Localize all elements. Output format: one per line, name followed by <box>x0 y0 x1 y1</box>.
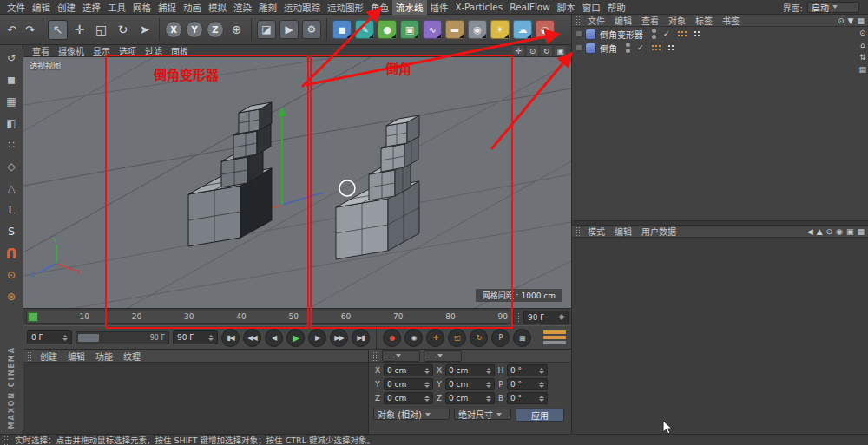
menubar-item[interactable]: 网格 <box>129 0 155 15</box>
tag-icon-orange-dots[interactable] <box>677 30 688 38</box>
last-used-tool[interactable]: ➤ <box>135 20 155 40</box>
coordinate-system-icon[interactable]: ⊕ <box>227 20 247 40</box>
menubar-item[interactable]: RealFlow <box>506 1 554 13</box>
make-editable-icon[interactable]: ↺ <box>3 49 20 67</box>
menubar-item[interactable]: 模拟 <box>205 0 230 15</box>
size-value-field[interactable]: 0 cm <box>445 392 495 404</box>
size-value-field[interactable]: 0 cm <box>445 364 495 376</box>
enabled-checkmark[interactable]: ✓ <box>637 43 644 52</box>
menubar-item[interactable]: X-Particles <box>452 1 507 13</box>
menubar-item[interactable]: 角色 <box>367 0 392 15</box>
end-frame-field[interactable]: 90 F <box>173 330 218 344</box>
side-search-icon[interactable]: ⊙ <box>858 29 866 37</box>
object-manager-menu-item[interactable]: 查看 <box>638 14 662 27</box>
spinner-icon[interactable] <box>483 368 491 374</box>
position-value-field[interactable]: 0 cm <box>384 378 433 390</box>
object-manager-menu-item[interactable]: 书签 <box>719 14 743 27</box>
side-scroll-icon[interactable]: ⇅ <box>858 53 866 62</box>
rotation-value-field[interactable]: 0 ° <box>507 392 548 404</box>
attribute-manager-menu-item[interactable]: 模式 <box>584 225 608 238</box>
object-manager-item[interactable]: 倒角变形器 ✓ <box>572 27 868 41</box>
object-manager-item[interactable]: 倒角 ✓ <box>572 41 868 55</box>
menubar-item[interactable]: 运动跟踪 <box>280 0 324 15</box>
maximize-view-icon[interactable]: ▣ <box>555 46 566 56</box>
materials-menu-item[interactable]: 纹理 <box>120 349 144 363</box>
render-view-icon[interactable]: ◪ <box>257 20 276 39</box>
play-button[interactable]: ▶ <box>286 329 305 347</box>
menubar-item[interactable]: 渲染 <box>230 0 255 15</box>
menubar-item[interactable]: 雕刻 <box>255 0 280 15</box>
lock-x-axis[interactable]: X <box>165 21 182 38</box>
pin-icon[interactable]: ◉ <box>836 227 843 236</box>
redo-icon[interactable]: ↷ <box>22 20 38 40</box>
record-parameter-button[interactable]: P <box>491 329 510 347</box>
primitive-cube-icon[interactable]: ◼ <box>332 20 352 39</box>
light-icon[interactable]: ☀ <box>490 20 510 39</box>
subdivision-surface-icon[interactable]: ● <box>378 20 397 39</box>
menubar-item[interactable]: 创建 <box>54 0 79 15</box>
tag-icon-orange-dots[interactable] <box>651 44 662 52</box>
size-value-field[interactable]: 0 cm <box>445 378 495 390</box>
object-manager-list[interactable]: 倒角变形器 ✓ 倒角 ✓ ⊙⌂⇅▤ <box>572 27 868 220</box>
next-frame-button[interactable]: ▶ <box>308 329 326 347</box>
pan-view-icon[interactable]: ✛ <box>513 46 524 56</box>
spinner-icon[interactable] <box>59 335 68 341</box>
coords-header-dropdown[interactable]: -- <box>382 350 420 362</box>
edges-mode-icon[interactable]: ◇ <box>3 158 20 175</box>
tag-icon-gray-dots[interactable] <box>667 44 675 52</box>
attribute-manager-menu-item[interactable]: 用户数据 <box>638 225 680 238</box>
search-icon[interactable]: ⊙ <box>838 16 845 25</box>
goto-end-button[interactable]: ▶▮ <box>352 329 370 347</box>
timeline-playhead[interactable] <box>28 312 38 322</box>
visibility-dots-toggle[interactable] <box>652 29 656 39</box>
rotate-view-icon[interactable]: ↻ <box>541 46 552 56</box>
materials-menu-item[interactable]: 创建 <box>36 349 61 363</box>
object-manager-menu-item[interactable]: 文件 <box>584 14 608 27</box>
menubar-item[interactable]: 编辑 <box>29 0 54 15</box>
next-key-button[interactable]: ▶▶ <box>330 329 348 347</box>
layout-icon[interactable]: ▦ <box>857 227 865 236</box>
filter-icon[interactable]: ▼ <box>848 16 854 25</box>
position-value-field[interactable]: 0 cm <box>384 392 433 404</box>
viewport-3d-view[interactable]: 透视视图 <box>23 57 571 308</box>
slider-handle[interactable] <box>78 334 99 342</box>
prev-key-button[interactable]: ◀◀ <box>243 329 261 347</box>
enabled-checkmark[interactable]: ✓ <box>663 29 670 38</box>
polygons-mode-icon[interactable]: △ <box>3 180 20 197</box>
snap-magnet-icon[interactable]: U <box>3 245 20 262</box>
spinner-icon[interactable] <box>421 396 430 402</box>
scale-tool[interactable]: ◱ <box>91 20 111 40</box>
object-manager-menu-item[interactable]: 标签 <box>692 14 716 27</box>
rotation-value-field[interactable]: 0 ° <box>507 378 548 390</box>
spinner-icon[interactable] <box>556 314 564 320</box>
menubar-item[interactable]: 流水线 <box>392 0 427 15</box>
spinner-icon[interactable] <box>421 368 430 374</box>
coords-header-dropdown[interactable]: -- <box>424 350 462 362</box>
frame-range-slider[interactable]: 90 F <box>76 331 169 344</box>
side-list-icon[interactable]: ▤ <box>858 65 866 74</box>
undo-icon[interactable]: ↶ <box>3 20 20 40</box>
spinner-icon[interactable] <box>536 382 544 388</box>
position-value-field[interactable]: 0 cm <box>384 364 433 376</box>
sky-icon[interactable]: ☁ <box>513 20 532 39</box>
menubar-item[interactable]: 脚本 <box>554 0 579 15</box>
spinner-icon[interactable] <box>536 396 544 402</box>
snap-settings-icon[interactable]: ⊙ <box>3 266 20 284</box>
render-settings-icon[interactable]: ⚙ <box>302 20 321 39</box>
timeline-ruler[interactable]: 0102030405060708090 90 F <box>23 308 571 325</box>
search-icon[interactable]: ⊙ <box>826 227 833 236</box>
keyframe-selection-button[interactable]: ▦ <box>513 329 531 347</box>
coords-mode-dropdown[interactable]: 对象 (相对) <box>373 409 450 420</box>
model-mode-icon[interactable]: ◼ <box>3 71 20 88</box>
materials-menu-item[interactable]: 功能 <box>92 349 116 363</box>
viewport-menu-item[interactable]: 过滤 <box>141 44 166 57</box>
viewport-menu-item[interactable]: 显示 <box>89 44 114 57</box>
interface-select[interactable]: 启动 <box>807 2 859 13</box>
autokey-button[interactable]: ◉ <box>404 329 423 347</box>
deformer-bend-icon[interactable]: ∿ <box>423 20 442 39</box>
menubar-item[interactable]: 动画 <box>180 0 205 15</box>
spinner-icon[interactable] <box>483 396 491 402</box>
goto-start-button[interactable]: ▮◀ <box>221 329 240 347</box>
move-tool[interactable]: ✛ <box>69 20 89 40</box>
texture-mode-icon[interactable]: ▦ <box>3 93 20 110</box>
